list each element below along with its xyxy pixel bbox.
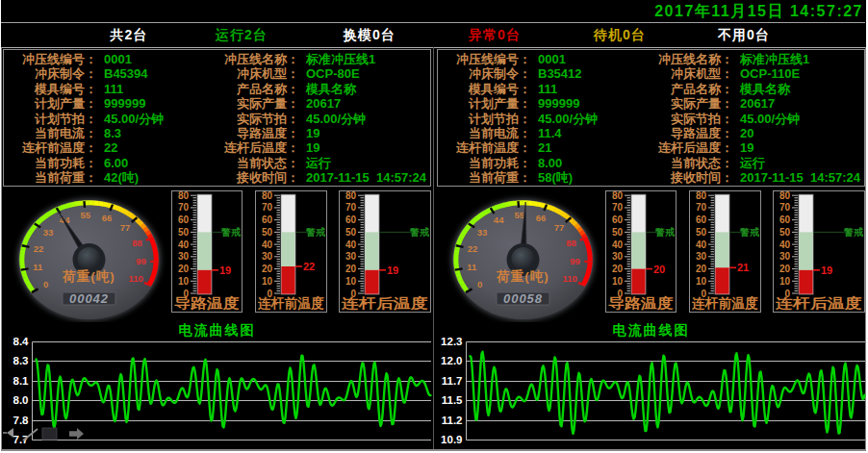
chart-scroll-right-icon[interactable]: [69, 428, 84, 440]
chart-nav-svg: [2, 425, 98, 444]
thermo-ticks: [358, 195, 364, 293]
info-value: 运行: [733, 156, 765, 170]
chart-waveform: [37, 356, 431, 428]
gauge-tick-label: 11: [33, 262, 43, 272]
load-gauge: 0112233445566778899110荷重(吨)00058: [444, 193, 603, 326]
info-value: 111: [531, 82, 651, 96]
thermo-scale-label: 50: [696, 227, 707, 238]
info-value: 20617: [299, 96, 341, 111]
thermo-fill-red: [799, 270, 812, 294]
info-label: 连杆后温度：: [217, 140, 299, 155]
info-row: 模具编号：111产品名称：模具名称: [4, 82, 430, 96]
info-row: 连杆前温度：22连杆后温度：19: [4, 140, 430, 155]
thermo-fill-red: [365, 270, 378, 294]
status-item-3[interactable]: 异常0台: [469, 27, 521, 44]
info-label: 连杆前温度：: [4, 140, 97, 155]
thermo-scale-label: 20: [779, 264, 791, 274]
chart-y-label: 12.3: [441, 336, 462, 347]
status-item-2[interactable]: 换模0台: [344, 27, 396, 44]
info-label: 导路温度：: [217, 126, 299, 140]
info-value: 42(吨): [97, 170, 217, 185]
info-label: 接收时间：: [651, 170, 733, 185]
info-label: 冲床制令：: [438, 66, 531, 81]
info-value: 22: [97, 140, 217, 155]
thermo-tube: [281, 194, 295, 294]
thermometer-1: 01020304050607080警戒21连杆前温度: [689, 190, 761, 316]
gauge-tick-label: 22: [34, 243, 44, 254]
status-item-4[interactable]: 待机0台: [594, 27, 646, 44]
info-label: 冲床制令：: [4, 66, 97, 81]
gauge-hub: [512, 247, 535, 270]
thermo-scale-label: 10: [262, 276, 273, 287]
info-label: 当前电流：: [438, 126, 531, 140]
info-label: 产品名称：: [651, 82, 733, 96]
gauge-tick-label: 55: [80, 210, 90, 220]
thermo-scale-label: 80: [696, 190, 707, 201]
info-row: 冲床制令：B45394冲床机型：OCP-80E: [4, 66, 430, 81]
thermo-name-label: 连杆后温度: [341, 295, 428, 311]
thermo-scale-label: 70: [178, 202, 190, 213]
chart-pen-icon[interactable]: [23, 429, 38, 440]
thermo-value-label: 19: [821, 264, 832, 276]
load-gauge-svg: 0112233445566778899110荷重(吨)00058: [444, 193, 603, 322]
info-value: 45.00/分钟: [299, 112, 366, 126]
gauge-hub: [78, 247, 101, 270]
thermo-scale-label: 10: [345, 276, 357, 287]
info-value: 19: [733, 140, 753, 155]
thermometer-svg: 01020304050607080警戒19导路温度: [171, 190, 243, 313]
gauge-tick-label: 44: [494, 214, 504, 225]
thermo-scale-label: 70: [612, 202, 624, 213]
info-value: OCP-110E: [733, 66, 800, 81]
info-label: 计划产量：: [4, 96, 97, 111]
gauge-tick-label: 99: [136, 256, 146, 266]
status-item-1[interactable]: 运行2台: [216, 27, 268, 44]
thermo-scale-label: 20: [178, 264, 190, 274]
thermo-name-label: 导路温度: [174, 295, 240, 311]
status-item-5[interactable]: 不用0台: [718, 27, 770, 44]
thermo-fill-red: [715, 267, 728, 293]
info-row: 模具编号：111产品名称：模具名称: [438, 82, 864, 96]
thermo-tube: [365, 194, 379, 294]
thermo-warn-label: 警戒: [409, 227, 430, 238]
info-row: 当前电流：11.4导路温度：20: [438, 126, 864, 140]
chart-scroll-left-icon[interactable]: [3, 428, 13, 438]
thermo-scale-label: 10: [178, 276, 190, 287]
thermo-scale-label: 50: [262, 227, 273, 238]
thermo-scale-label: 40: [262, 239, 273, 250]
info-value: 0001: [97, 52, 217, 66]
top-bar: 2017年11月15日 14:57:27: [1, 0, 865, 23]
info-value: OCP-80E: [299, 66, 360, 81]
info-label: 当前状态：: [651, 156, 733, 170]
info-label: 冲压线名称：: [217, 52, 299, 66]
info-row: 当前电流：8.3导路温度：19: [4, 126, 430, 140]
info-value: 19: [299, 126, 319, 140]
thermo-warn-label: 警戒: [654, 227, 676, 238]
gauge-tick-label: 110: [562, 273, 576, 284]
gauge-tick-label: 0: [477, 279, 482, 289]
gauge-tick-label: 77: [120, 222, 131, 233]
info-row: 计划产量：999999实际产量：20617: [438, 96, 864, 111]
chart-marker-box[interactable]: [42, 428, 57, 440]
info-label: 接收时间：: [217, 170, 299, 185]
gauge-tick-label: 66: [102, 213, 113, 223]
thermo-ticks: [191, 195, 196, 293]
thermo-ticks: [625, 195, 630, 293]
thermo-scale-label: 70: [262, 202, 273, 213]
thermo-scale-label: 80: [178, 190, 190, 201]
status-item-0[interactable]: 共2台: [111, 27, 148, 44]
current-chart-svg: 12.312.011.711.511.210.9: [436, 332, 866, 447]
thermo-scale-label: 50: [178, 227, 190, 238]
thermo-warn-label: 警戒: [220, 227, 242, 238]
gauge-tick-label: 88: [132, 238, 142, 248]
thermo-scale-label: 30: [696, 251, 707, 262]
info-label: 计划节拍：: [4, 112, 97, 126]
thermo-scale-label: 30: [178, 251, 190, 262]
info-row: 冲床制令：B35412冲床机型：OCP-110E: [438, 66, 864, 81]
info-value: 运行: [299, 156, 331, 170]
thermo-warn-label: 警戒: [843, 227, 864, 238]
info-value: B45394: [97, 66, 217, 81]
chart-y-label: 8.0: [13, 394, 29, 406]
thermo-scale-label: 30: [779, 251, 791, 262]
thermometer-1: 01020304050607080警戒22连杆前温度: [255, 190, 327, 316]
info-value: 标准冲压线1: [299, 52, 375, 66]
